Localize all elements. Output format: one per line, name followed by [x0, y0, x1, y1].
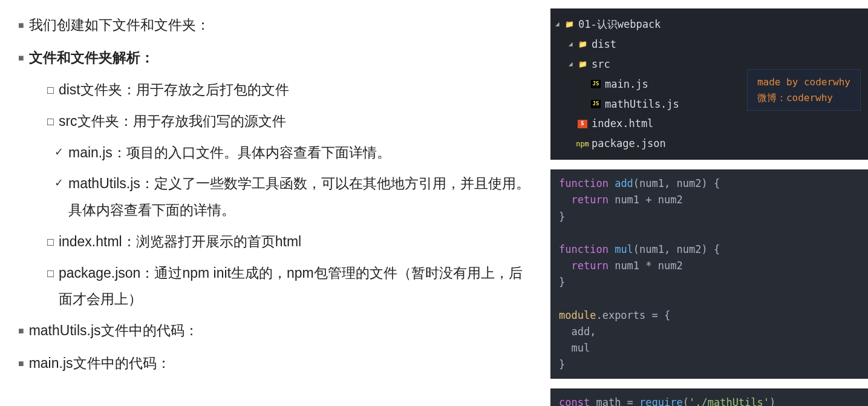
mod: module	[559, 309, 596, 321]
t: (	[683, 396, 689, 406]
fn: mul	[615, 243, 633, 255]
tree-root[interactable]: ◢📁01-认识webpack	[550, 15, 868, 34]
check-text: mathUtils.js：定义了一些数学工具函数，可以在其他地方引用，并且使用。…	[68, 171, 532, 223]
badge-line1: made by coderwhy	[757, 74, 850, 90]
bullet-text: mathUtils.js文件中的代码：	[29, 318, 198, 344]
kw: function	[559, 243, 609, 255]
t: mul	[559, 342, 590, 354]
tree-label: dist	[592, 36, 616, 53]
text-content: 我们创建如下文件和文件夹： 文件和文件夹解析： dist文件夹：用于存放之后打包…	[0, 0, 550, 406]
tree-label: 01-认识webpack	[578, 16, 661, 33]
t: num1 + num2	[609, 194, 683, 206]
kw: function	[559, 177, 609, 189]
arrow-icon: ◢	[569, 59, 575, 70]
tree-package-json[interactable]: npmpackage.json	[550, 134, 868, 154]
t: )	[769, 396, 775, 406]
watermark-badge: made by coderwhy 微博：coderwhy	[747, 69, 861, 111]
t: .exports = {	[596, 309, 670, 321]
tree-label: index.html	[592, 115, 653, 133]
fn: add	[615, 177, 633, 189]
sub-package: package.json：通过npm init生成的，npm包管理的文件（暂时没…	[47, 260, 532, 313]
sub-dist: dist文件夹：用于存放之后打包的文件	[47, 77, 532, 103]
sub-text: dist文件夹：用于存放之后打包的文件	[59, 77, 289, 103]
bullet-text: 文件和文件夹解析：	[29, 45, 154, 71]
sub-text: package.json：通过npm init生成的，npm包管理的文件（暂时没…	[59, 260, 532, 313]
bullet-analysis: 文件和文件夹解析：	[18, 45, 532, 71]
t: (num1, num2) {	[633, 177, 720, 189]
str: './mathUtils'	[689, 396, 769, 406]
bullet-main-code: main.js文件中的代码：	[18, 350, 532, 377]
tree-label: mathUtils.js	[605, 96, 679, 113]
sub-text: index.html：浏览器打开展示的首页html	[59, 229, 301, 255]
fn: require	[639, 396, 683, 406]
check-main: main.js：项目的入口文件。具体内容查看下面详情。	[54, 140, 532, 166]
check-mathutils: mathUtils.js：定义了一些数学工具函数，可以在其他地方引用，并且使用。…	[54, 171, 532, 223]
code-mathutils: function add(num1, num2) { return num1 +…	[550, 169, 868, 379]
sub-src: src文件夹：用于存放我们写的源文件	[47, 108, 532, 135]
bullet-text: 我们创建如下文件和文件夹：	[29, 12, 210, 39]
t: }	[559, 276, 565, 288]
tree-label: package.json	[592, 135, 666, 152]
tree-label: src	[592, 56, 610, 73]
t: }	[559, 358, 565, 370]
tree-index-html[interactable]: 5index.html	[550, 114, 868, 134]
kw: const	[559, 396, 590, 406]
js-icon: JS	[590, 99, 601, 110]
arrow-icon: ◢	[569, 39, 575, 50]
sub-index: index.html：浏览器打开展示的首页html	[47, 229, 532, 255]
arrow-icon: ◢	[555, 19, 561, 30]
folder-icon: 📁	[577, 59, 588, 70]
kw: return	[571, 194, 608, 206]
bullet-mathutils-code: mathUtils.js文件中的代码：	[18, 318, 532, 344]
t: add,	[559, 326, 596, 338]
folder-icon: 📁	[564, 19, 575, 30]
js-icon: JS	[590, 79, 601, 90]
t: }	[559, 211, 565, 223]
tree-dist[interactable]: ◢📁dist	[550, 34, 868, 54]
t: math =	[590, 396, 639, 406]
badge-line2: 微博：coderwhy	[757, 90, 850, 106]
html-icon: 5	[577, 119, 588, 129]
t: num1 * num2	[609, 260, 683, 272]
code-main: const math = require('./mathUtils') cons…	[550, 388, 868, 406]
folder-icon: 📁	[577, 39, 588, 50]
check-text: main.js：项目的入口文件。具体内容查看下面详情。	[68, 140, 391, 166]
kw: return	[571, 260, 608, 272]
tree-label: main.js	[605, 76, 648, 93]
json-icon: npm	[577, 139, 588, 149]
sub-text: src文件夹：用于存放我们写的源文件	[59, 108, 286, 135]
t: (num1, num2) {	[633, 243, 720, 255]
bullet-text: main.js文件中的代码：	[29, 350, 171, 377]
file-tree: ◢📁01-认识webpack ◢📁dist ◢📁src JSmain.js JS…	[550, 8, 868, 160]
bullet-intro: 我们创建如下文件和文件夹：	[18, 12, 532, 39]
